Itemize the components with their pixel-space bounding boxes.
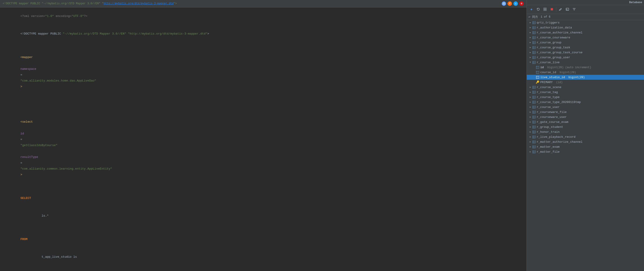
svg-rect-65 <box>532 101 535 103</box>
tree-item-r-course-live-studio-id[interactable]: ▶ live_studio_id bigint(20) <box>527 75 644 80</box>
tree-item-r-course-group-user[interactable]: ▶ r_course_group_user <box>527 55 644 60</box>
table-icon-course-user <box>532 105 536 109</box>
svg-rect-24 <box>532 41 535 44</box>
code-area[interactable]: <?xml version="1.0" encoding="UTF-8"?> <… <box>0 7 526 271</box>
db-panel: Database + <box>526 0 644 271</box>
svg-rect-50 <box>536 76 539 79</box>
tree-item-r-course-live-id[interactable]: ▶ id bigint(20) (auto increment) <box>527 65 644 70</box>
db-nav-header: ↩ 同方 1 of 6 <box>527 14 644 20</box>
filter-icon <box>572 8 576 11</box>
svg-rect-61 <box>532 96 535 98</box>
tree-item-r-course-type[interactable]: ▶ r_course_type <box>527 95 644 100</box>
table-icon-matter-exam <box>532 145 536 149</box>
table-icon-courseware-user <box>532 115 536 119</box>
r-course-type-tmp-label: r_course_type_20200119tmp <box>537 100 581 104</box>
tree-item-r-honor-train[interactable]: ▶ r_honor_train <box>527 129 644 134</box>
tree-item-r-course-live-primary[interactable]: ▶ 🔑 PRIMARY (id) <box>527 80 644 85</box>
table-icon-matter-file <box>532 150 536 154</box>
r-authorization-data-label: r_authorization_data <box>537 26 572 29</box>
table-icon-scene <box>532 85 536 89</box>
db-console-button[interactable] <box>564 6 570 12</box>
table-icon-gate-exam <box>532 120 536 124</box>
svg-rect-85 <box>532 126 535 128</box>
svg-rect-4 <box>544 9 545 10</box>
chrome-icon[interactable] <box>502 1 506 6</box>
safari-icon[interactable]: ◎ <box>514 1 518 6</box>
tree-arrow-live-playback: ▶ <box>528 135 532 139</box>
xml-decl-span: <?xml version="1.0" encoding="UTF-8"?> <box>20 14 87 18</box>
code-line-6 <box>0 101 526 107</box>
tree-item-qrtz-triggers[interactable]: ▶ qrtz_triggers <box>527 20 644 25</box>
line-content-7: <select id = "getClassIdsByCourse" resul… <box>6 107 526 184</box>
url-bar: <!DOCTYPE mapper PUBLIC "-//mybatis.org/… <box>0 0 526 7</box>
code-line-8: SELECT <box>0 184 526 207</box>
line-content-2: <!DOCTYPE mapper PUBLIC "-//mybatis.org/… <box>6 25 526 43</box>
svg-point-1 <box>504 3 504 4</box>
tree-item-r-course-group-task-course[interactable]: ▶ r_course_group_task_course <box>527 50 644 55</box>
r-gate-course-exam-label: r_gate_course_exam <box>537 120 568 124</box>
db-filter-button[interactable] <box>571 6 577 12</box>
tree-item-r-matter-auth-channel[interactable]: ▶ r_matter_authorize_channel <box>527 139 644 144</box>
db-schema-button[interactable] <box>542 6 548 12</box>
r-course-user-label: r_course_user <box>537 105 560 109</box>
code-line-2: <!DOCTYPE mapper PUBLIC "-//mybatis.org/… <box>0 25 526 43</box>
tree-item-r-course-group[interactable]: ▶ r_course_group <box>527 40 644 45</box>
column-icon-live-course-id <box>536 70 540 74</box>
db-refresh-button[interactable] <box>535 6 541 12</box>
tree-item-r-matter-exam[interactable]: ▶ r_matter_exam <box>527 144 644 149</box>
db-add-button[interactable]: + <box>528 6 534 12</box>
code-line-9: ls.* <box>0 207 526 225</box>
r-course-auth-channel-label: r_course_authorize_channel <box>537 31 582 34</box>
tree-item-r-course-live[interactable]: ▶ r_course_live <box>527 60 644 65</box>
db-edit-button[interactable] <box>558 6 564 12</box>
tree-arrow-course-auth: ▶ <box>528 31 532 34</box>
tree-arrow-honor-train: ▶ <box>528 130 532 134</box>
table-icon-course-auth <box>532 31 536 34</box>
tree-item-r-authorization-data[interactable]: ▶ r_authorization_data <box>527 25 644 30</box>
line-content-3 <box>6 43 526 48</box>
svg-rect-8 <box>532 21 535 24</box>
db-stop-button[interactable] <box>549 6 555 12</box>
firefox-icon[interactable]: f <box>508 1 512 6</box>
svg-rect-28 <box>532 46 535 49</box>
tree-arrow-course-user: ▶ <box>528 105 532 109</box>
table-icon-course-live <box>532 60 536 64</box>
table-icon-courseware <box>532 36 536 39</box>
tree-item-r-course-courseware[interactable]: ▶ r_course_courseware <box>527 35 644 40</box>
tree-item-r-group-student[interactable]: ▶ r_group_student <box>527 124 644 129</box>
doctype-span: <!DOCTYPE mapper PUBLIC "-//mybatis.org/… <box>20 32 209 35</box>
edit-icon <box>559 8 562 11</box>
tree-item-r-course-type-tmp[interactable]: ▶ r_course_type_20200119tmp <box>527 100 644 105</box>
line-content-4: <mapper namespace = "com.allianity.modul… <box>6 48 526 95</box>
svg-rect-101 <box>532 145 535 148</box>
tree-item-r-matter-file[interactable]: ▶ r_matter_file <box>527 149 644 154</box>
svg-rect-93 <box>532 135 535 138</box>
tree-item-r-course-auth-channel[interactable]: ▶ r_course_authorize_channel <box>527 30 644 35</box>
mapper-tag: <mapper <box>20 55 33 59</box>
tree-arrow-tag: ▶ <box>528 90 532 94</box>
doctype-url: <!DOCTYPE mapper PUBLIC "-//mybatis.org/… <box>3 2 500 5</box>
table-icon-courseware-file <box>532 110 536 114</box>
db-tree[interactable]: ▶ qrtz_triggers ▶ r_authorization_data ▶… <box>527 20 644 271</box>
svg-rect-53 <box>532 86 535 88</box>
tree-item-r-live-playback[interactable]: ▶ r_live_playback_record <box>527 134 644 139</box>
tree-item-r-course-scene[interactable]: ▶ r_course_scene <box>527 85 644 90</box>
opera-icon[interactable]: O <box>519 1 524 6</box>
tree-item-r-gate-course-exam[interactable]: ▶ r_gate_course_exam <box>527 119 644 124</box>
tree-item-r-courseware-user[interactable]: ▶ r_courseware_user <box>527 114 644 119</box>
tree-arrow-courseware-file: ▶ <box>528 110 532 114</box>
table-icon-live-playback <box>532 135 536 139</box>
browser-icons: f ◎ O <box>502 1 524 6</box>
tree-item-r-course-user[interactable]: ▶ r_course_user <box>527 105 644 110</box>
tree-arrow-group-task-course: ▶ <box>528 51 532 54</box>
svg-rect-5 <box>545 9 546 10</box>
table-icon-group-user <box>532 55 536 59</box>
tree-arrow-group-task: ▶ <box>528 46 532 49</box>
tree-item-r-course-tag[interactable]: ▶ r_course_tag <box>527 90 644 95</box>
code-line-11: t_app_live_studio ls <box>0 248 526 266</box>
tree-item-r-course-group-task[interactable]: ▶ r_course_group_task <box>527 45 644 50</box>
column-icon-live-id <box>536 65 540 69</box>
console-icon <box>566 8 569 11</box>
tree-item-r-course-live-course-id[interactable]: ▶ course_id bigint(20) <box>527 70 644 75</box>
tree-item-r-courseware-file[interactable]: ▶ r_courseware_file <box>527 110 644 114</box>
